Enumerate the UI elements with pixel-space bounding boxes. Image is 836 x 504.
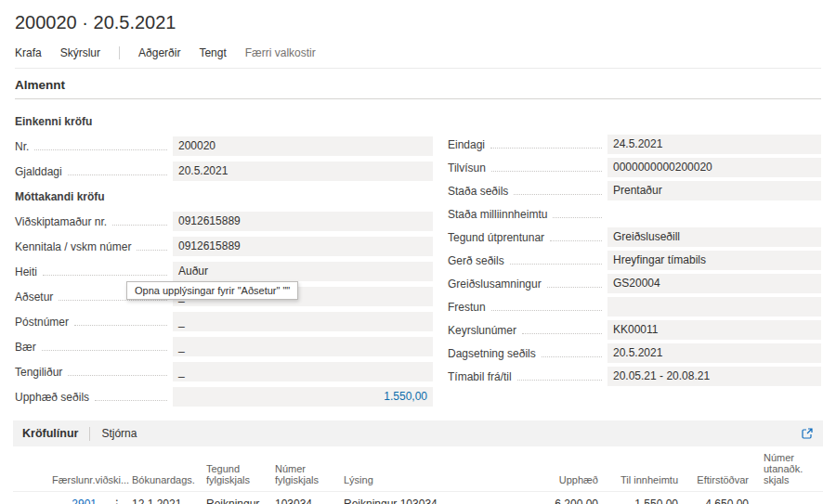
field-label: Staða milliinnheimtu (448, 208, 547, 221)
tab-kroefulinur[interactable]: Kröfulínur (22, 427, 78, 440)
cell-numer-utanadk[interactable] (756, 492, 823, 504)
menu-item-faerri-valkostir[interactable]: Færri valkostir (245, 46, 316, 59)
field-value-frestun[interactable] (607, 297, 821, 317)
field-row-frestun: Frestun (448, 295, 821, 318)
field-row-upphaed-sedils: Upphæð seðils 1.550,00 (15, 384, 433, 409)
field-value-tegund-utprentunar[interactable]: Greiðsluseðill (607, 227, 821, 247)
field-label: Gerð seðils (448, 254, 504, 267)
field-value-timabil[interactable]: 20.05.21 - 20.08.21 (607, 367, 821, 386)
field-label: Tengiliður (15, 366, 62, 379)
dotted-leader (517, 372, 602, 381)
field-row-postnumer: Póstnúmer _ (15, 309, 433, 334)
field-value-baer[interactable]: _ (173, 337, 433, 356)
dotted-leader (112, 217, 167, 226)
dotted-leader (34, 142, 167, 150)
field-value-stada-sedils[interactable]: Prentaður (607, 181, 821, 200)
dotted-leader (95, 393, 167, 401)
field-label: Kennitala / vskm númer (15, 240, 131, 253)
field-value-dagsetning-sedils[interactable]: 20.5.2021 (607, 343, 821, 363)
field-label: Póstnúmer (15, 316, 69, 329)
field-row-greidslusamningur: Greiðslusamningur GS20004 (448, 272, 821, 295)
column-header-numer-utanadk[interactable]: Númer utanaðk. skjals (756, 446, 823, 492)
group-heading-label: Móttakandi kröfu (15, 190, 105, 203)
dotted-leader (491, 303, 602, 311)
column-header-faerslunr[interactable]: Færslunr.viðski... (45, 446, 104, 492)
field-value-greidslusamningur[interactable]: GS20004 (607, 274, 821, 293)
menu-item-tengt[interactable]: Tengt (199, 46, 226, 59)
field-value-upphaed-sedils[interactable]: 1.550,00 (173, 387, 433, 407)
column-header-upphaed[interactable]: Upphæð (520, 446, 606, 492)
field-label: Gjalddagi (15, 165, 62, 178)
field-value-tengilidur[interactable]: _ (173, 362, 433, 381)
group-heading-label: Einkenni kröfu (15, 115, 92, 128)
cell-upphaed[interactable]: 6.200,00 (520, 492, 606, 504)
field-row-nr: Nr. 200020 (15, 134, 433, 159)
expand-lines-button[interactable] (801, 427, 814, 440)
menu-item-adgerdir[interactable]: Aðgerðir (138, 46, 180, 59)
cell-lysing[interactable]: Reikningur 103034 (336, 492, 520, 504)
column-header-tegund-fylgiskjals[interactable]: Tegund fylgiskjals (199, 446, 268, 492)
menu-item-skyrslur[interactable]: Skýrslur (60, 46, 100, 59)
column-header-bokunardags[interactable]: Bókunardags. (124, 446, 199, 492)
column-header-lysing[interactable]: Lýsing (336, 446, 520, 492)
field-row-baer: Bær _ (15, 334, 433, 359)
field-value-gjalddagi[interactable]: 20.5.2021 (173, 162, 433, 181)
menu-item-stjorna[interactable]: Stjórna (101, 427, 137, 440)
field-value-nr[interactable]: 200020 (173, 136, 433, 156)
cell-tegund-fylgiskjals[interactable]: Reikningur (199, 492, 268, 504)
lines-card-header: Kröfulínur Stjórna (13, 420, 823, 446)
action-menubar: Krafa Skýrslur Aðgerðir Tengt Færri valk… (15, 42, 821, 69)
field-row-stada-sedils: Staða seðils Prentaður (448, 179, 821, 202)
faerslunr-link[interactable]: 2901 (72, 498, 97, 504)
cell-numer-fylgiskjals[interactable]: 103034 (268, 492, 336, 504)
group-heading-mottakandi-krofu: Móttakandi kröfu (15, 184, 433, 209)
field-label: Staða seðils (448, 185, 508, 198)
column-header-numer-fylgiskjals[interactable]: Númer fylgiskjals (268, 446, 336, 492)
cell-til-innheimtu[interactable]: 1.550,00 (606, 492, 686, 504)
field-label: Dagsetning seðils (448, 347, 536, 360)
table-row: → 2901 ⋮ 12.1.2021 Reikningur 103034 Rei… (13, 492, 823, 504)
field-label: Tímabil frá/til (448, 370, 512, 383)
cell-eftirstodvar[interactable]: 4.650,00 (686, 492, 756, 504)
field-row-stada-milliinnheimtu: Staða milliinnheimtu (448, 202, 821, 226)
field-value-gerd-sedils[interactable]: Hreyfingar tímabils (607, 251, 821, 270)
field-value-postnumer[interactable]: _ (173, 312, 433, 331)
row-selector-arrow-icon[interactable]: → (13, 492, 45, 504)
field-row-gerd-sedils: Gerð seðils Hreyfingar tímabils (448, 249, 821, 272)
field-label: Tilvísun (448, 162, 486, 174)
dotted-leader (514, 187, 602, 195)
dotted-leader (553, 210, 602, 218)
kroefulinur-card: Kröfulínur Stjórna Færslunr.viðski... Bó… (13, 420, 823, 504)
field-label: Eindagi (448, 138, 485, 151)
field-value-tilvisun[interactable]: 0000000000200020 (607, 158, 821, 177)
dotted-leader (43, 267, 167, 276)
dotted-leader (490, 140, 602, 149)
field-row-eindagi: Eindagi 24.5.2021 (448, 133, 821, 156)
field-row-timabil: Tímabil frá/til 20.05.21 - 20.08.21 (448, 365, 821, 388)
field-row-keyrslunumer: Keyrslunúmer KK00011 (448, 318, 821, 342)
group-heading-einkenni-krofu: Einkenni kröfu (15, 109, 433, 134)
field-label: Tegund útprentunar (448, 231, 544, 244)
field-label: Upphæð seðils (15, 391, 89, 404)
dotted-leader (550, 233, 602, 241)
field-value-keyrslunumer[interactable]: KK00011 (607, 320, 821, 340)
menu-item-krafa[interactable]: Krafa (15, 46, 42, 59)
column-header-til-innheimtu[interactable]: Til innheimtu (606, 446, 686, 492)
field-value-heiti[interactable]: Auður (173, 262, 433, 281)
field-row-vidskiptamadur-nr: Viðskiptamaður nr. 0912615889 (15, 209, 433, 234)
field-value-vidskiptamadur-nr[interactable]: 0912615889 (173, 212, 433, 231)
field-value-stada-milliinnheimtu[interactable] (607, 204, 821, 224)
cell-bokunardags[interactable]: 12.1.2021 (124, 492, 199, 504)
field-label: Frestun (448, 301, 486, 314)
field-tooltip: Opna upplýsingar fyrir "Aðsetur" "" (126, 281, 298, 300)
field-row-kennitala: Kennitala / vskm númer 0912615889 (15, 234, 433, 259)
field-row-dagsetning-sedils: Dagsetning seðils 20.5.2021 (448, 342, 821, 365)
field-value-kennitala[interactable]: 0912615889 (173, 237, 433, 256)
row-menu-icon[interactable]: ⋮ (104, 492, 124, 504)
column-header-eftirstodvar[interactable]: Eftirstöðvar (686, 446, 756, 492)
field-row-heiti: Heiti Auður (15, 259, 433, 284)
section-title-almennt: Almennt (15, 69, 821, 99)
cell-faerslunr: 2901 (45, 492, 104, 504)
field-row-tegund-utprentunar: Tegund útprentunar Greiðsluseðill (448, 226, 821, 249)
field-value-eindagi[interactable]: 24.5.2021 (607, 135, 821, 154)
